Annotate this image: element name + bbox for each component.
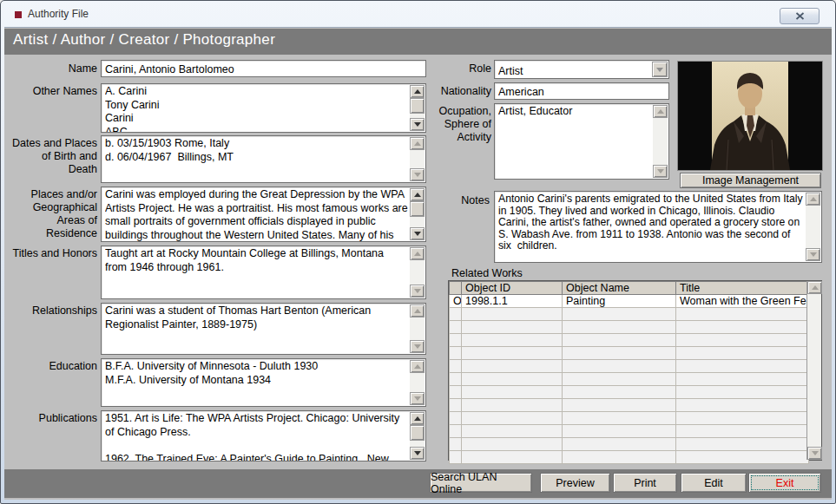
authority-file-window: Authority File Artist / Author / Creator…	[0, 0, 836, 504]
relationships-label: Relationships	[8, 304, 97, 317]
scroll-down-icon[interactable]	[653, 165, 668, 178]
relationships-field[interactable]: Carini was a student of Thomas Hart Bent…	[101, 303, 426, 355]
scroll-down-icon[interactable]	[410, 118, 425, 131]
scroll-down-icon[interactable]	[410, 447, 425, 460]
scroll-up-icon[interactable]	[410, 247, 425, 260]
places-label: Places and/or Geographical Areas of Resi…	[8, 188, 97, 240]
scroll-thumb[interactable]	[410, 201, 425, 217]
role-label: Role	[431, 62, 491, 75]
publications-field[interactable]: 1951. Art is Life: The WPA Artists Proje…	[101, 410, 426, 461]
scroll-up-icon[interactable]	[410, 412, 425, 425]
name-field[interactable]: Carini, Antonio Bartolomeo	[101, 60, 426, 77]
scroll-down-icon[interactable]	[410, 340, 425, 353]
print-button[interactable]: Print	[613, 473, 677, 493]
table-row[interactable]	[450, 373, 809, 386]
places-scrollbar[interactable]	[410, 188, 425, 240]
scroll-up-icon[interactable]	[410, 304, 425, 317]
other-names-label: Other Names	[8, 85, 97, 98]
preview-button[interactable]: Preview	[540, 473, 610, 493]
scroll-up-icon[interactable]	[410, 360, 425, 373]
close-button[interactable]	[780, 8, 820, 24]
table-row[interactable]	[450, 347, 809, 360]
nationality-field[interactable]: American	[494, 82, 669, 100]
birth-death-label: Dates and Places of Birth and Death	[8, 137, 97, 176]
scroll-down-icon[interactable]	[410, 392, 425, 405]
table-row[interactable]	[450, 321, 809, 334]
object-name-header[interactable]: Object Name	[563, 282, 676, 295]
scroll-up-icon[interactable]	[807, 281, 822, 294]
scroll-up-icon[interactable]	[410, 137, 425, 150]
titlebar[interactable]: Authority File	[1, 1, 835, 27]
relationships-scrollbar[interactable]	[410, 304, 425, 353]
titles-honors-scrollbar[interactable]	[410, 247, 425, 298]
role-dropdown-icon[interactable]	[652, 62, 668, 77]
education-label: Education	[8, 360, 97, 373]
birth-death-scrollbar[interactable]	[410, 137, 425, 181]
table-row[interactable]	[450, 308, 809, 321]
scroll-thumb[interactable]	[410, 98, 425, 114]
search-ulan-online-button[interactable]: Search ULAN Online	[430, 473, 532, 493]
scroll-thumb[interactable]	[410, 425, 425, 441]
scroll-down-icon[interactable]	[806, 248, 820, 261]
edit-button[interactable]: Edit	[681, 473, 747, 493]
notes-field[interactable]: Antonio Carini's parents emigrated to th…	[494, 191, 822, 263]
occupation-field[interactable]: Artist, Educator	[494, 103, 669, 180]
table-header-row: Object ID Object Name Title	[450, 282, 809, 295]
occupation-scrollbar[interactable]	[653, 105, 668, 178]
related-works-scrollbar[interactable]	[806, 281, 821, 460]
close-icon	[795, 12, 805, 20]
table-row[interactable]	[450, 451, 809, 464]
publications-scrollbar[interactable]	[410, 412, 425, 460]
portrait-photo	[677, 61, 823, 171]
titles-honors-field[interactable]: Taught art at Rocky Mountain College at …	[101, 245, 426, 299]
table-row[interactable]	[450, 334, 809, 347]
table-row[interactable]	[450, 425, 809, 438]
table-row[interactable]	[450, 412, 809, 425]
titles-honors-label: Titles and Honors	[8, 247, 97, 260]
exit-button[interactable]: Exit	[748, 473, 821, 493]
related-works-body: O1998.1.1PaintingWoman with the Green Fe…	[450, 295, 809, 464]
image-management-button[interactable]: Image Management	[680, 173, 821, 188]
education-field[interactable]: B.F.A. University of Minnesota - Duluth …	[101, 358, 426, 407]
gutter-header	[450, 282, 462, 295]
table-row[interactable]	[450, 386, 809, 399]
scroll-up-icon[interactable]	[410, 85, 425, 98]
table-row[interactable]	[450, 399, 809, 412]
scroll-up-icon[interactable]	[806, 193, 820, 206]
table-row[interactable]	[450, 360, 809, 373]
table-row[interactable]	[450, 438, 809, 451]
other-names-scrollbar[interactable]	[410, 85, 425, 131]
scroll-down-icon[interactable]	[410, 285, 425, 298]
related-works-label: Related Works	[451, 267, 523, 279]
scroll-down-icon[interactable]	[410, 227, 425, 240]
other-names-field[interactable]: A. Carini Tony Carini Carini ABC	[101, 83, 426, 133]
occupation-label: Ocupation, Sphere of Activity	[431, 105, 491, 144]
scroll-down-icon[interactable]	[807, 447, 822, 460]
app-icon	[15, 11, 22, 18]
scroll-up-icon[interactable]	[410, 188, 425, 201]
table-row[interactable]: O1998.1.1PaintingWoman with the Green Fe…	[450, 295, 809, 308]
notes-scrollbar[interactable]	[806, 193, 820, 261]
page-title: Artist / Author / Creator / Photographer	[13, 31, 275, 49]
birth-death-field[interactable]: b. 03/15/1903 Rome, Italy d. 06/04/1967 …	[101, 135, 426, 183]
scroll-up-icon[interactable]	[653, 105, 668, 118]
role-combobox[interactable]: Artist	[494, 60, 669, 79]
object-id-header[interactable]: Object ID	[462, 282, 563, 295]
name-label: Name	[8, 62, 97, 75]
nationality-label: Nationality	[431, 85, 491, 98]
scroll-down-icon[interactable]	[410, 168, 425, 181]
places-field[interactable]: Carini was employed during the Great Dep…	[101, 187, 426, 242]
education-scrollbar[interactable]	[410, 360, 425, 405]
related-works-table[interactable]: Object ID Object Name Title O1998.1.1Pai…	[448, 280, 822, 461]
publications-label: Publications	[8, 412, 97, 425]
title-header[interactable]: Title	[676, 282, 809, 295]
window-title: Authority File	[28, 8, 89, 20]
notes-label: Notes	[431, 194, 490, 207]
